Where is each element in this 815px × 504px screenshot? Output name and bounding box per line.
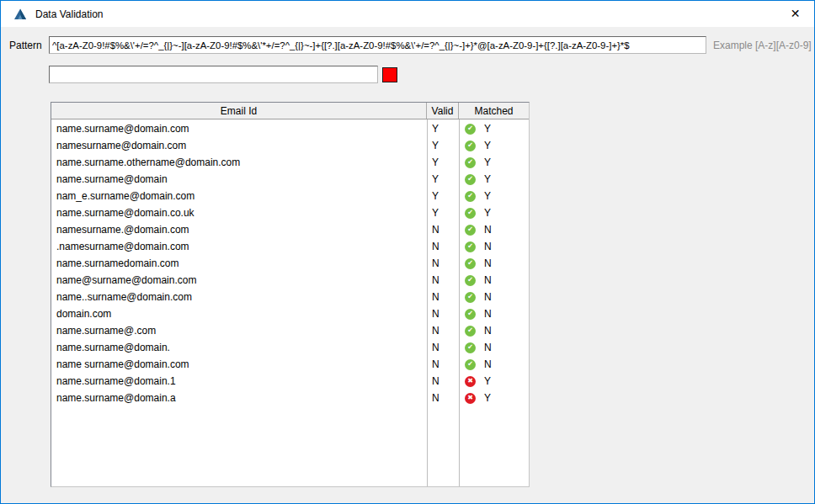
column-header-valid[interactable]: Valid xyxy=(427,103,459,119)
table-body: name.surname@domain.com Y ✔ Y namesurnam… xyxy=(51,120,529,486)
matched-cell: ✔ Y xyxy=(459,173,529,185)
matched-value: Y xyxy=(484,190,491,202)
app-logo-icon xyxy=(13,8,27,21)
valid-cell: N xyxy=(427,291,459,303)
table-row[interactable]: name.surname@.com N ✔ N xyxy=(51,322,529,339)
valid-cell: Y xyxy=(427,123,459,135)
matched-value: N xyxy=(484,308,492,320)
check-circle-icon: ✔ xyxy=(465,342,476,353)
valid-cell: N xyxy=(427,257,459,269)
valid-cell: Y xyxy=(427,140,459,151)
matched-value: N xyxy=(484,342,492,353)
matched-cell: ✖ Y xyxy=(459,375,529,387)
matched-value: Y xyxy=(484,157,491,168)
valid-cell: N xyxy=(427,342,459,353)
email-cell: .namesurname@domain.com xyxy=(51,241,427,252)
table-row[interactable]: name@surname@domain.com N ✔ N xyxy=(51,272,529,289)
matched-value: Y xyxy=(484,173,491,185)
check-circle-icon: ✔ xyxy=(465,191,476,202)
matched-cell: ✔ Y xyxy=(459,123,529,135)
cross-circle-icon: ✖ xyxy=(465,393,476,404)
check-circle-icon: ✔ xyxy=(465,241,476,252)
table-row[interactable]: nam_e.surname@domain.com Y ✔ Y xyxy=(51,188,529,204)
table-row[interactable]: namesurname.@domain.com N ✔ N xyxy=(51,221,529,238)
valid-cell: N xyxy=(427,325,459,337)
table-row[interactable]: domain.com N ✔ N xyxy=(51,305,529,322)
data-validation-window: Data Validation ✕ Pattern Example [A-z][… xyxy=(0,0,815,504)
matched-value: N xyxy=(484,358,492,370)
validation-table: Email Id Valid Matched name.surname@doma… xyxy=(51,102,530,487)
table-row[interactable]: name.surname@domain.co.uk Y ✔ Y xyxy=(51,204,529,221)
column-header-email[interactable]: Email Id xyxy=(51,103,427,119)
valid-cell: N xyxy=(427,308,459,320)
table-row[interactable]: name.surname.othername@domain.com Y ✔ Y xyxy=(51,154,529,171)
table-row[interactable]: name surname@domain.com N ✔ N xyxy=(51,356,529,373)
matched-cell: ✔ N xyxy=(459,325,529,337)
email-cell: nam_e.surname@domain.com xyxy=(51,190,427,202)
check-circle-icon: ✔ xyxy=(465,225,476,236)
email-cell: name.surname@domain.com xyxy=(51,123,427,135)
check-circle-icon: ✔ xyxy=(465,326,476,337)
matched-value: N xyxy=(484,274,492,286)
table-row[interactable]: name.surname@domain.1 N ✖ Y xyxy=(51,373,529,390)
email-cell: name@surname@domain.com xyxy=(51,274,427,286)
matched-cell: ✔ N xyxy=(459,224,529,236)
matched-value: Y xyxy=(484,375,491,387)
matched-cell: ✔ N xyxy=(459,241,529,252)
table-row[interactable]: name.surnamedomain.com N ✔ N xyxy=(51,255,529,272)
matched-cell: ✔ N xyxy=(459,308,529,320)
table-row[interactable]: name.surname@domain.com Y ✔ Y xyxy=(51,120,529,137)
test-email-input[interactable] xyxy=(49,66,378,83)
matched-cell: ✔ Y xyxy=(459,140,529,151)
table-row[interactable]: name.surname@domain. N ✔ N xyxy=(51,339,529,356)
table-row[interactable]: name..surname@domain.com N ✔ N xyxy=(51,289,529,305)
email-cell: name.surname@domain.1 xyxy=(51,375,427,387)
pattern-input[interactable] xyxy=(49,36,706,54)
email-cell: name.surname.othername@domain.com xyxy=(51,157,427,168)
table-row[interactable]: namesurname@domain.com Y ✔ Y xyxy=(51,137,529,154)
validate-button[interactable] xyxy=(382,67,397,82)
check-circle-icon: ✔ xyxy=(465,208,476,219)
valid-cell: N xyxy=(427,375,459,387)
valid-cell: Y xyxy=(427,173,459,185)
close-button[interactable]: ✕ xyxy=(776,1,814,26)
column-header-matched[interactable]: Matched xyxy=(459,103,529,119)
email-cell: namesurname@domain.com xyxy=(51,140,427,151)
matched-cell: ✔ N xyxy=(459,358,529,370)
check-circle-icon: ✔ xyxy=(465,141,476,151)
check-circle-icon: ✔ xyxy=(465,157,476,168)
check-circle-icon: ✔ xyxy=(465,359,476,370)
table-row[interactable]: name.surname@domain.a N ✖ Y xyxy=(51,390,529,406)
matched-value: Y xyxy=(484,123,491,135)
matched-cell: ✔ Y xyxy=(459,157,529,168)
matched-value: Y xyxy=(484,140,491,151)
check-circle-icon: ✔ xyxy=(465,258,476,269)
check-circle-icon: ✔ xyxy=(465,309,476,320)
valid-cell: N xyxy=(427,241,459,252)
email-cell: name surname@domain.com xyxy=(51,358,427,370)
matched-value: N xyxy=(484,241,492,252)
matched-cell: ✖ Y xyxy=(459,392,529,404)
table-row[interactable]: .namesurname@domain.com N ✔ N xyxy=(51,238,529,255)
matched-value: N xyxy=(484,224,492,236)
matched-cell: ✔ Y xyxy=(459,207,529,219)
check-circle-icon: ✔ xyxy=(465,292,476,303)
email-cell: name.surname@domain xyxy=(51,173,427,185)
valid-cell: Y xyxy=(427,190,459,202)
valid-cell: N xyxy=(427,358,459,370)
table-row[interactable]: name.surname@domain Y ✔ Y xyxy=(51,171,529,188)
valid-cell: Y xyxy=(427,157,459,168)
matched-cell: ✔ N xyxy=(459,342,529,353)
email-cell: domain.com xyxy=(51,308,427,320)
title-bar: Data Validation ✕ xyxy=(1,1,814,27)
pattern-example-hint: Example [A-z][A-z0-9] xyxy=(713,40,812,51)
table-header: Email Id Valid Matched xyxy=(51,103,529,119)
close-icon: ✕ xyxy=(791,7,801,20)
email-cell: name.surname@domain. xyxy=(51,342,427,353)
check-circle-icon: ✔ xyxy=(465,124,476,135)
email-cell: name.surname@.com xyxy=(51,325,427,337)
matched-cell: ✔ N xyxy=(459,291,529,303)
check-circle-icon: ✔ xyxy=(465,174,476,185)
valid-cell: N xyxy=(427,392,459,404)
pattern-label: Pattern xyxy=(9,40,42,51)
